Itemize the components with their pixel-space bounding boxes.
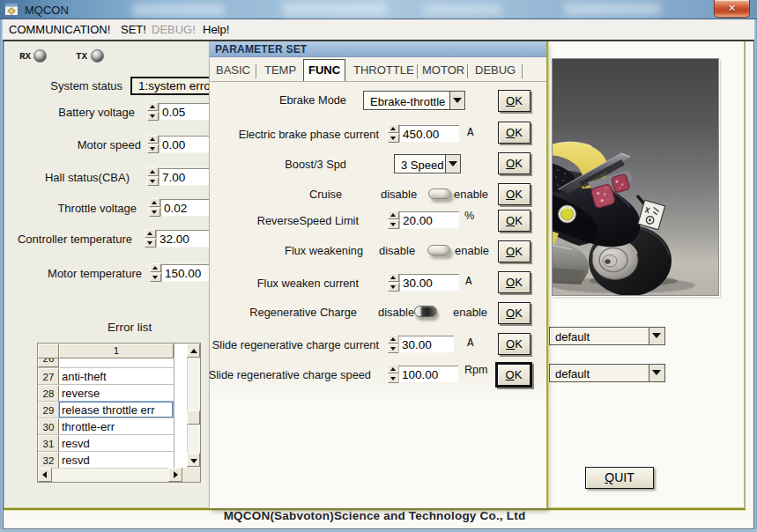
electric-brake-phase-current-stepper[interactable] <box>388 124 399 143</box>
ok-button-regenerative-charge[interactable]: OK <box>498 302 531 324</box>
tab-throttle[interactable]: THROTTLE <box>353 63 414 77</box>
scroll-left-button[interactable] <box>38 468 52 482</box>
controller-temperature-field[interactable]: 32.00 <box>156 230 212 248</box>
unit-label: A <box>467 127 474 139</box>
table-cell[interactable]: anti-theft <box>59 370 174 383</box>
reverse-speed-limit-stepper[interactable] <box>388 211 399 229</box>
table-cell[interactable]: resvd <box>59 437 174 450</box>
spin-down-button[interactable] <box>147 177 159 186</box>
electric-brake-phase-current-field[interactable]: 450.00 <box>399 125 459 143</box>
throttle-voltage-stepper[interactable] <box>149 198 160 217</box>
flux-weaken-current-field[interactable]: 30.00 <box>399 274 459 292</box>
reverse-speed-limit-field[interactable]: 20.00 <box>399 211 459 229</box>
table-column-header[interactable]: 1 <box>59 344 174 358</box>
slide-regen-charge-speed-field[interactable]: 100.00 <box>398 366 458 383</box>
spin-up-button[interactable] <box>147 167 159 176</box>
spin-up-button[interactable] <box>149 198 160 207</box>
spin-down-button[interactable] <box>150 273 161 282</box>
panel-border-right <box>744 41 746 508</box>
table-cell[interactable]: throttle-err <box>59 420 174 433</box>
ebrake-mode-dropdown[interactable]: Ebrake-throttle <box>363 91 465 110</box>
ok-button-slide-regen-charge-speed[interactable]: OK <box>495 362 532 388</box>
scroll-up-button[interactable] <box>187 344 200 358</box>
ebrake-mode-label: Ebrake Mode <box>279 93 346 107</box>
spin-down-button[interactable] <box>145 239 156 248</box>
down-arrow-icon <box>147 241 152 245</box>
preset-dropdown-2[interactable]: default <box>549 364 665 382</box>
spin-up-button[interactable] <box>388 124 399 133</box>
tab-temp[interactable]: TEMP <box>264 63 296 77</box>
table-cell[interactable]: resvd <box>59 454 174 467</box>
electric-brake-phase-current-label: Electric brake phase current <box>239 128 379 141</box>
hall-status-field[interactable]: 7.00 <box>159 168 212 186</box>
dropdown-arrow-icon[interactable] <box>649 365 664 381</box>
cruise-toggle[interactable] <box>428 188 451 199</box>
spin-down-button[interactable] <box>149 208 160 217</box>
spin-up-button[interactable] <box>147 135 159 144</box>
table-row-header[interactable]: 31 <box>38 435 59 452</box>
battery-voltage-field[interactable]: 0.05 <box>159 103 212 121</box>
table-row-header[interactable]: 30 <box>38 418 59 435</box>
battery-voltage-stepper[interactable] <box>147 102 159 121</box>
spin-up-button[interactable] <box>388 211 399 219</box>
spin-up-button[interactable] <box>145 229 156 238</box>
tab-func[interactable]: FUNC <box>303 59 345 82</box>
menu-debug[interactable]: DEBUG! <box>152 23 196 36</box>
flux-weaken-current-stepper[interactable] <box>388 273 399 292</box>
tab-motor[interactable]: MOTOR <box>422 63 464 77</box>
ok-button-boost-3spd[interactable]: OK <box>498 152 531 174</box>
close-button[interactable]: ✕ <box>714 0 750 18</box>
ok-button-flux-weaken-current[interactable]: OK <box>498 271 531 293</box>
preset-dropdown-1[interactable]: default <box>549 327 665 345</box>
scroll-down-button[interactable] <box>187 453 200 467</box>
vertical-scrollbar[interactable] <box>187 344 200 469</box>
quit-button[interactable]: QUIT <box>585 467 654 489</box>
slide-regen-charge-current-field[interactable]: 30.00 <box>398 336 454 353</box>
dialog-title-bar[interactable]: PARAMETER SET <box>210 41 547 57</box>
ok-button-ebrake-mode[interactable]: OK <box>498 90 531 112</box>
menu-communication[interactable]: COMMUNICATION! <box>9 23 110 36</box>
slide-regen-charge-current-label: Slide regenerative charge current <box>212 338 379 351</box>
ok-button-cruise[interactable]: OK <box>498 183 531 205</box>
hall-status-stepper[interactable] <box>147 167 159 186</box>
down-arrow-icon <box>390 285 396 289</box>
motor-temperature-field[interactable]: 150.00 <box>161 264 212 282</box>
ok-button-reverse-speed-limit[interactable]: OK <box>498 210 531 232</box>
controller-temperature-stepper[interactable] <box>145 229 156 248</box>
ok-button-slide-regen-charge-current[interactable]: OK <box>498 333 531 355</box>
boost-3spd-dropdown[interactable]: 3 Speed <box>394 154 461 174</box>
motor-speed-stepper[interactable] <box>147 135 159 153</box>
spin-down-button[interactable] <box>147 144 159 153</box>
table-row-header[interactable]: 27 <box>38 368 59 385</box>
table-row-header[interactable]: 32 <box>38 452 59 469</box>
menu-help[interactable]: Help! <box>203 23 229 36</box>
table-row-header[interactable]: 28 <box>38 385 59 402</box>
menu-set[interactable]: SET! <box>121 23 146 36</box>
vertical-scroll-thumb[interactable] <box>187 410 200 425</box>
flux-weakening-toggle[interactable] <box>427 245 450 255</box>
spin-down-button[interactable] <box>388 134 399 143</box>
throttle-voltage-field[interactable]: 0.02 <box>160 199 212 217</box>
ok-button-electric-brake-phase-current[interactable]: OK <box>498 122 531 144</box>
regenerative-charge-toggle[interactable] <box>414 306 437 317</box>
dropdown-arrow-icon[interactable] <box>445 155 460 173</box>
spin-down-button[interactable] <box>388 220 399 229</box>
dropdown-arrow-icon[interactable] <box>449 92 464 109</box>
tab-basic[interactable]: BASIC <box>216 63 250 77</box>
horizontal-scrollbar[interactable] <box>38 468 183 482</box>
spin-up-button[interactable] <box>150 263 161 272</box>
spin-down-button[interactable] <box>147 112 159 121</box>
scroll-right-button[interactable] <box>168 468 182 482</box>
table-cell[interactable]: reverse <box>59 387 174 400</box>
table-corner-cell[interactable] <box>38 344 59 358</box>
spin-down-button[interactable] <box>388 283 399 292</box>
table-row-header[interactable]: 29 <box>38 402 59 418</box>
ok-button-flux-weakening[interactable]: OK <box>498 240 531 262</box>
spin-up-button[interactable] <box>147 102 159 111</box>
battery-voltage-label: Battery voltage <box>58 106 135 119</box>
motor-temperature-stepper[interactable] <box>150 263 161 282</box>
dropdown-arrow-icon[interactable] <box>649 328 664 344</box>
motor-speed-field[interactable]: 0.00 <box>159 136 212 153</box>
tab-debug[interactable]: DEBUG <box>475 63 516 77</box>
spin-up-button[interactable] <box>388 273 399 282</box>
